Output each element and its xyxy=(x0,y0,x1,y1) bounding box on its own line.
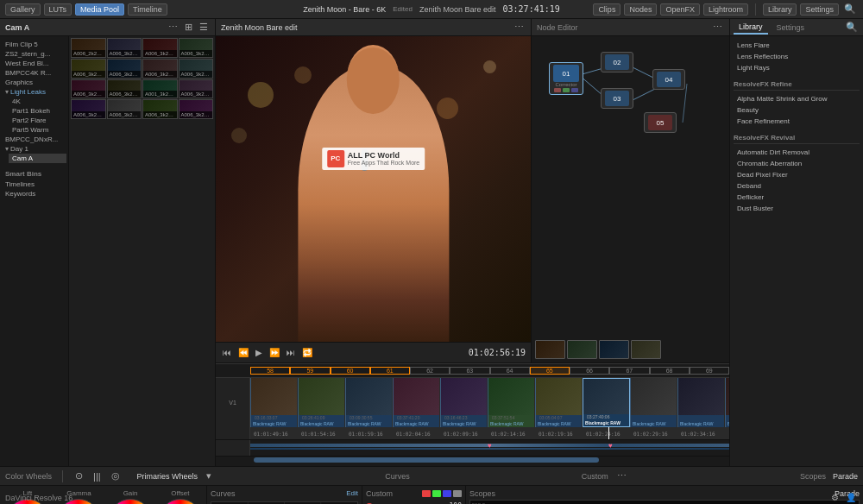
lib-item-beauty[interactable]: Beauty xyxy=(734,104,860,116)
color-wheel-gain[interactable] xyxy=(109,499,152,504)
thumb-item[interactable]: A006_3k250... xyxy=(107,59,142,79)
lib-item-lens-flare[interactable]: Lens Flare xyxy=(734,40,860,51)
wheel-bars-icon[interactable]: ||| xyxy=(91,471,103,482)
nodes-button[interactable]: Nodes xyxy=(624,3,657,16)
timeline-clip[interactable]: Blackmagic RAW 03:05:04:07 xyxy=(535,378,583,427)
lib-item-dust-buster[interactable]: Dust Buster xyxy=(734,203,860,214)
thumb-item[interactable]: A006_3k240... xyxy=(179,38,214,58)
folder-item[interactable]: Graphics xyxy=(2,78,66,87)
viewer-options-icon[interactable]: ⋯ xyxy=(513,22,526,33)
wheel-rings-icon[interactable]: ◎ xyxy=(110,470,122,482)
lib-item-deband[interactable]: Deband xyxy=(734,180,860,192)
media-pool-options-icon[interactable]: ⋯ xyxy=(167,22,180,33)
library-tab[interactable]: Library xyxy=(734,21,768,35)
playhead[interactable] xyxy=(608,427,609,439)
folder-item[interactable]: Film Clip 5 xyxy=(2,40,66,49)
timeline-clip[interactable]: Blackmagic RAW 03:37:51:54 xyxy=(488,378,535,427)
lightroom-button[interactable]: Lightroom xyxy=(703,3,748,16)
thumb-item[interactable]: A006_3k250... xyxy=(179,99,214,119)
thumb-item[interactable]: A006_3k250... xyxy=(107,38,142,58)
lib-item-lens-reflections[interactable]: Lens Reflections xyxy=(734,51,860,62)
folder-item-day1[interactable]: ▾Day 1 xyxy=(2,144,66,154)
folder-item-keywords[interactable]: Keywords xyxy=(2,189,66,198)
timeline-track[interactable]: Blackmagic RAW 03:16:33:07 Blackmagic RA… xyxy=(250,378,729,427)
folder-item-light-leaks[interactable]: ▾Light Leaks xyxy=(2,87,66,97)
media-pool-grid-icon[interactable]: ⊞ xyxy=(183,22,194,33)
timeline-clip[interactable]: Blackmagic RAW 03:16:46:23 xyxy=(440,378,488,427)
timeline-clip[interactable]: Blackmagic RAW 03:26:41:09 xyxy=(298,378,345,427)
timeline-button[interactable]: Timeline xyxy=(128,3,167,16)
thumb-item[interactable]: A006_3k240... xyxy=(142,99,178,119)
timeline-clip[interactable]: Blackmagic RAW 03:09:30:55 xyxy=(345,378,393,427)
thumb-item[interactable]: A006_3k260... xyxy=(71,99,106,119)
library-search-icon[interactable]: 🔍 xyxy=(844,22,860,33)
swatch-b[interactable] xyxy=(443,490,451,497)
timeline-clip-active[interactable]: Blackmagic RAW 03:27:40:06 xyxy=(583,378,630,427)
thumb-item[interactable]: A006_3k260... xyxy=(142,38,178,58)
bottom-settings-icon[interactable]: ⚙ xyxy=(829,493,841,502)
folder-item-cama[interactable]: Cam A xyxy=(9,154,66,163)
lib-item-dead-pixel[interactable]: Dead Pixel Fixer xyxy=(734,169,860,180)
thumb-item[interactable]: A006_3k250... xyxy=(107,79,142,99)
primaries-dropdown-icon[interactable]: ▾ xyxy=(205,470,213,482)
thumb-item[interactable]: A001_3k240... xyxy=(142,79,178,99)
swatch-w[interactable] xyxy=(453,490,462,497)
play-end-icon[interactable]: ⏭ xyxy=(285,348,297,357)
curves-edit-btn[interactable]: Edit xyxy=(346,489,358,498)
node-04[interactable]: 04 xyxy=(652,69,685,90)
library-tab-button[interactable]: Library xyxy=(763,3,797,16)
lib-item-alpha-matte[interactable]: Alpha Matte Shrink and Grow xyxy=(734,93,860,104)
step-back-icon[interactable]: ⏪ xyxy=(236,348,250,357)
folder-item[interactable]: ZS2_stern_g... xyxy=(2,49,66,59)
thumb-item[interactable]: A006_3k240... xyxy=(71,59,106,79)
folder-item-bokeh[interactable]: Part1 Bokeh xyxy=(9,106,66,116)
folder-item[interactable]: West End Bl... xyxy=(2,59,66,68)
thumb-item[interactable]: A006_3k250... xyxy=(71,79,106,99)
thumb-item[interactable]: A006_3k240... xyxy=(179,59,214,79)
keyframe-track-content[interactable]: ♥ ♥ xyxy=(250,440,729,456)
timeline-scroll[interactable] xyxy=(216,456,729,463)
node-01[interactable]: 01 Corrector xyxy=(549,62,583,95)
settings-tab[interactable]: Settings xyxy=(772,22,810,34)
node-canvas[interactable]: 01 Corrector 02 03 xyxy=(532,36,729,362)
timeline-clip[interactable]: Blackmagic RAW xyxy=(677,378,725,427)
thumb-item[interactable]: A006_3k240... xyxy=(179,79,214,99)
node-05[interactable]: 05 xyxy=(644,112,677,133)
lib-item-light-rays[interactable]: Light Rays xyxy=(734,62,860,73)
thumb-item[interactable]: A006_2k240... xyxy=(71,38,106,58)
scroll-bar[interactable] xyxy=(254,457,599,463)
lib-item-deflicker[interactable]: Deflicker xyxy=(734,192,860,203)
luts-button[interactable]: LUTs xyxy=(44,3,72,16)
gallery-button[interactable]: Gallery xyxy=(5,3,41,16)
thumb-item[interactable]: A006_3k270... xyxy=(142,59,178,79)
loop-icon[interactable]: 🔁 xyxy=(300,348,314,357)
play-icon[interactable]: ▶ xyxy=(254,348,264,357)
thumb-item[interactable]: A006_3k240... xyxy=(107,99,142,119)
settings-tab-button[interactable]: Settings xyxy=(800,3,839,16)
bottom-user-icon[interactable]: 👤 xyxy=(844,493,858,502)
wheel-mode-icon[interactable]: ⊙ xyxy=(73,470,85,482)
step-forward-icon[interactable]: ⏩ xyxy=(268,348,281,357)
timeline-clip[interactable]: Blackmagic RAW 03:16:33:07 xyxy=(250,378,298,427)
swatch-r[interactable] xyxy=(422,490,431,497)
openfx-button[interactable]: OpenFX xyxy=(660,3,700,16)
timeline-clip[interactable]: Blackmagic RAW xyxy=(725,378,729,427)
folder-item-timelines[interactable]: Timelines xyxy=(2,180,66,189)
lib-item-chromatic[interactable]: Chromatic Aberration xyxy=(734,158,860,169)
lib-item-face-refinement[interactable]: Face Refinement xyxy=(734,116,860,127)
node-02[interactable]: 02 xyxy=(601,52,633,72)
ruler-content[interactable]: 01:01:49:16 01:01:54:16 01:01:59:16 01:0… xyxy=(250,427,729,439)
node-options-icon[interactable]: ⋯ xyxy=(711,22,724,33)
clips-button[interactable]: Clips xyxy=(593,3,620,16)
folder-item-flare[interactable]: Part2 Flare xyxy=(9,116,66,125)
search-icon[interactable]: 🔍 xyxy=(842,3,858,15)
lib-item-dirt-removal[interactable]: Automatic Dirt Removal xyxy=(734,147,860,158)
folder-item[interactable]: BMPCC4K R... xyxy=(2,68,66,78)
media-pool-button[interactable]: Media Pool xyxy=(75,3,124,16)
folder-item-warm[interactable]: Part5 Warm xyxy=(9,125,66,135)
timeline-clip[interactable]: Blackmagic RAW 03:37:41:20 xyxy=(393,378,440,427)
play-back-icon[interactable]: ⏮ xyxy=(221,348,233,357)
node-03[interactable]: 03 xyxy=(601,88,633,109)
custom-options-icon[interactable]: ⋯ xyxy=(615,470,628,482)
media-pool-list-icon[interactable]: ☰ xyxy=(198,22,210,33)
